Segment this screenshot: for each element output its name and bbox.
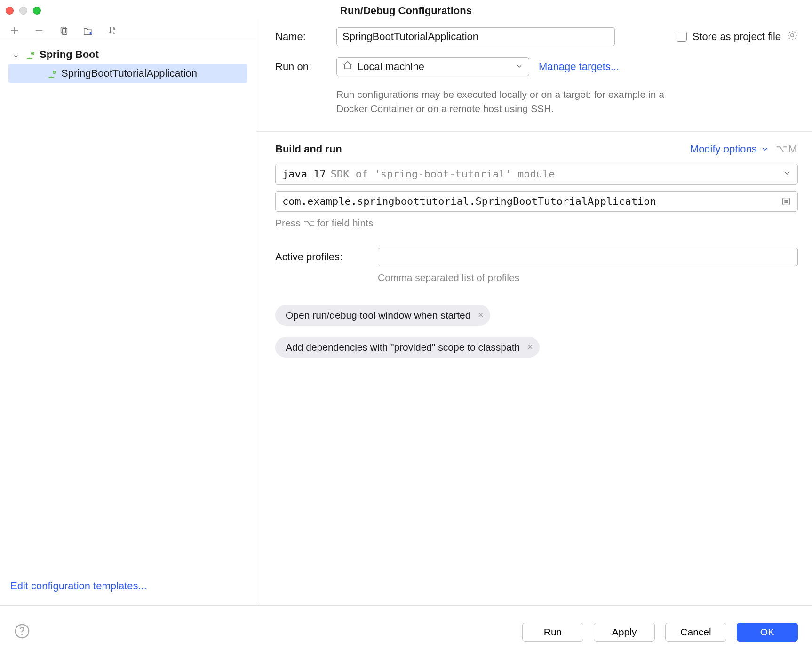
dialog-footer: Run Apply Cancel OK (0, 605, 812, 658)
sdk-select[interactable]: java 17 SDK of 'spring-boot-tutorial' mo… (275, 164, 798, 185)
spring-boot-icon (24, 50, 35, 59)
field-hints-text: Press ⌥ for field hints (275, 217, 798, 229)
svg-point-9 (21, 634, 23, 635)
house-icon (342, 60, 353, 73)
svg-rect-0 (61, 27, 66, 33)
name-label: Name: (275, 31, 327, 43)
content: Name: Store as project file Run on: Loca… (256, 19, 812, 605)
copy-config-button[interactable] (57, 24, 70, 37)
run-on-value: Local machine (358, 61, 424, 73)
tree-item-label: SpringBootTutorialApplication (61, 67, 197, 80)
close-icon[interactable] (526, 342, 534, 353)
section-separator (256, 131, 812, 132)
modify-options-link[interactable]: Modify options (690, 143, 769, 155)
chip-open-tool-window[interactable]: Open run/debug tool window when started (275, 305, 490, 326)
svg-text:z: z (113, 31, 115, 35)
chip-label: Add dependencies with "provided" scope t… (286, 342, 520, 353)
tree-item-springboottutorialapplication[interactable]: SpringBootTutorialApplication (8, 64, 247, 83)
titlebar: Run/Debug Configurations (0, 0, 812, 19)
store-as-project-file[interactable]: Store as project file (677, 30, 798, 44)
close-icon[interactable] (477, 310, 485, 321)
manage-targets-link[interactable]: Manage targets... (539, 61, 619, 73)
build-and-run-title: Build and run (275, 143, 342, 155)
store-label: Store as project file (693, 31, 781, 43)
browse-class-icon[interactable] (780, 195, 793, 208)
svg-text:a: a (113, 26, 115, 31)
chevron-down-icon (12, 51, 20, 58)
main-class-value: com.example.springboottutorial.SpringBoo… (282, 195, 656, 207)
run-button[interactable]: Run (522, 623, 583, 642)
cancel-button[interactable]: Cancel (665, 623, 726, 642)
active-profiles-help: Comma separated list of profiles (378, 272, 798, 283)
run-on-select[interactable]: Local machine (336, 57, 529, 76)
gear-icon[interactable] (787, 30, 798, 44)
options-chips: Open run/debug tool window when started … (275, 305, 798, 358)
save-folder-button[interactable] (82, 24, 94, 37)
chevron-down-icon (783, 169, 791, 178)
modify-options-label: Modify options (690, 143, 757, 155)
run-on-hint: Run configurations may be executed local… (336, 88, 675, 116)
tree-group-label: Spring Boot (40, 48, 99, 61)
apply-button[interactable]: Apply (594, 623, 655, 642)
spring-boot-icon (46, 69, 56, 78)
add-config-button[interactable] (8, 24, 21, 37)
run-on-label: Run on: (275, 61, 327, 73)
name-input[interactable] (336, 27, 615, 46)
remove-config-button[interactable] (33, 24, 45, 37)
modify-options-shortcut: ⌥M (776, 143, 798, 155)
window-title: Run/Debug Configurations (0, 5, 812, 17)
sidebar-toolbar: az (0, 19, 256, 40)
config-tree: Spring Boot SpringBootTutorialApplicatio… (0, 40, 256, 83)
sort-button[interactable]: az (106, 24, 119, 37)
active-profiles-input[interactable] (378, 248, 798, 266)
edit-templates-link[interactable]: Edit configuration templates... (10, 580, 147, 592)
ok-button[interactable]: OK (737, 623, 798, 642)
svg-rect-1 (62, 28, 67, 34)
store-checkbox[interactable] (677, 32, 687, 42)
sdk-primary-text: java 17 (282, 168, 326, 180)
svg-point-6 (791, 34, 794, 37)
active-profiles-label: Active profiles: (275, 251, 367, 263)
chip-label: Open run/debug tool window when started (286, 310, 470, 321)
sidebar: az Spring Boot SpringBootTutorialApplica… (0, 19, 256, 605)
chevron-down-icon (516, 61, 523, 73)
help-icon[interactable] (14, 623, 30, 641)
tree-group-spring-boot[interactable]: Spring Boot (0, 45, 256, 64)
chip-provided-scope[interactable]: Add dependencies with "provided" scope t… (275, 337, 540, 358)
sdk-secondary-text: SDK of 'spring-boot-tutorial' module (331, 168, 555, 180)
main-class-field[interactable]: com.example.springboottutorial.SpringBoo… (275, 191, 798, 212)
